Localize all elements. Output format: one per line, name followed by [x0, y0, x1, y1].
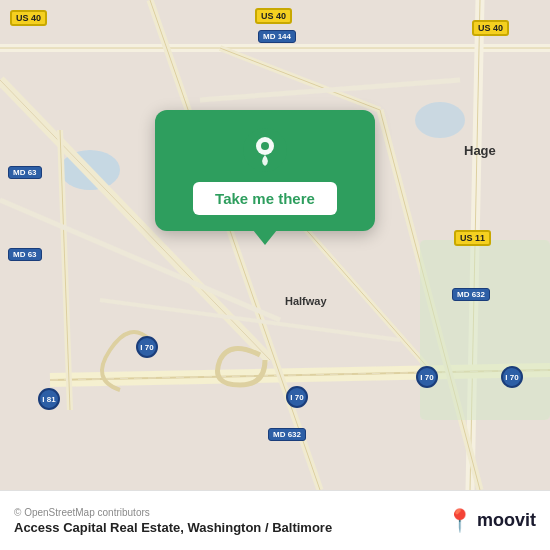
moovit-logo: 📍 moovit: [446, 508, 536, 534]
badge-us40-center: US 40: [255, 8, 292, 24]
badge-i70-right2: I 70: [501, 366, 523, 388]
badge-us40-left: US 40: [10, 10, 47, 26]
badge-us11: US 11: [454, 230, 491, 246]
badge-i70-left: I 70: [136, 336, 158, 358]
badge-i81: I 81: [38, 388, 60, 410]
take-me-there-button[interactable]: Take me there: [193, 182, 337, 215]
svg-point-2: [415, 102, 465, 138]
badge-i70-center: I 70: [286, 386, 308, 408]
badge-md63-top: MD 63: [8, 166, 42, 179]
badge-md632-bottom: MD 632: [268, 428, 306, 441]
map-container: Halfway Hage US 40 US 40 US 40 US 11 MD …: [0, 0, 550, 490]
location-name: Access Capital Real Estate, Washington /…: [14, 520, 332, 535]
town-label-halfway: Halfway: [285, 295, 327, 307]
svg-rect-25: [420, 240, 550, 420]
badge-md632-right: MD 632: [452, 288, 490, 301]
moovit-pin-icon: 📍: [446, 508, 473, 534]
popup-card: Take me there: [155, 110, 375, 231]
moovit-label: moovit: [477, 510, 536, 531]
badge-md144: MD 144: [258, 30, 296, 43]
town-label-hagerstown: Hage: [464, 143, 496, 158]
svg-point-28: [261, 142, 269, 150]
location-pin-icon: [243, 128, 287, 172]
bottom-left-info: © OpenStreetMap contributors Access Capi…: [14, 507, 332, 535]
badge-md63-bottom: MD 63: [8, 248, 42, 261]
copyright-text: © OpenStreetMap contributors: [14, 507, 332, 518]
badge-us40-right: US 40: [472, 20, 509, 36]
bottom-bar: © OpenStreetMap contributors Access Capi…: [0, 490, 550, 550]
badge-i70-right1: I 70: [416, 366, 438, 388]
